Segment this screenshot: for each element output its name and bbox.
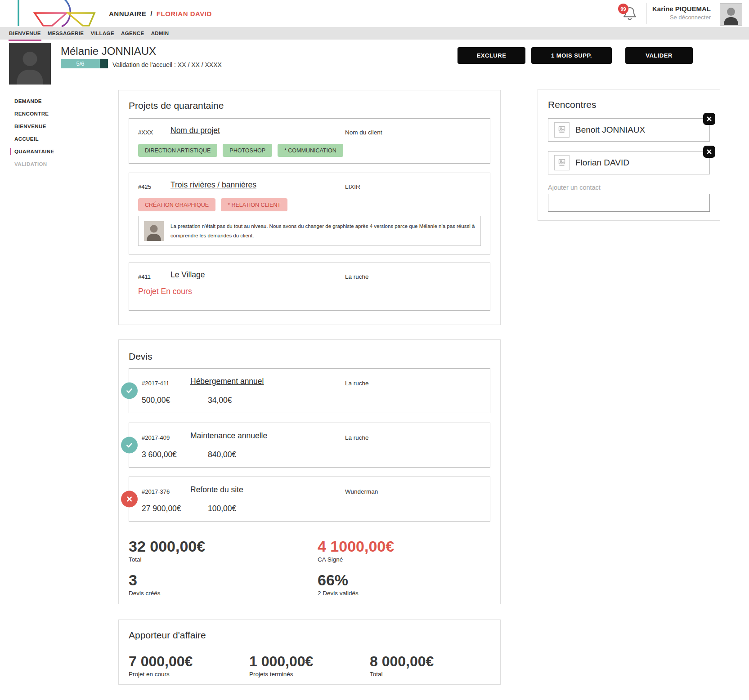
project-card: #411 Le Village La ruche Projet En cours [129,263,490,311]
stat-value: 4 1000,00€ [318,538,490,555]
contact-name: Florian DAVID [575,158,629,168]
breadcrumb: ANNUAIRE / FLORIAN DAVID [109,0,212,27]
devis-name-link[interactable]: Refonte du site [190,485,243,495]
nav-item-agence[interactable]: AGENCE [121,27,144,40]
project-card: #XXX Nom du projet Nom du client DIRECTI… [129,118,490,164]
devis-amount-secondary: 100,00€ [208,504,236,513]
quarantine-panel-title: Projets de quarantaine [129,100,490,111]
stat-value: 66% [318,571,490,589]
project-name-link[interactable]: Nom du projet [170,126,220,135]
add-contact-label: Ajouter un contact [548,184,710,191]
devis-client: La ruche [345,380,369,387]
project-id: #411 [138,273,151,280]
progress-remaining [100,59,108,68]
devis-id: #2017-376 [142,488,170,495]
stat-label: Projets terminés [249,670,370,678]
breadcrumb-separator: / [150,10,152,18]
exclude-button[interactable]: EXCLURE [457,47,525,64]
stat-value: 8 000,00€ [370,653,490,669]
project-name-link[interactable]: Trois rivières / bannières [170,180,256,190]
devis-client: Wunderman [345,488,378,495]
sidebar-item-accueil[interactable]: ACCUEIL [0,133,105,145]
notifications-button[interactable]: 99 [623,6,638,22]
extend-one-month-button[interactable]: 1 MOIS SUPP. [531,47,612,64]
devis-name-link[interactable]: Hébergement annuel [190,377,264,386]
devis-amount-total: 27 900,00€ [142,504,208,513]
stat-label: 2 Devis validés [318,589,490,597]
stat-label: Devis créés [129,589,318,597]
tag: DIRECTION ARTISTIQUE [138,144,217,157]
devis-id: #2017-409 [142,434,170,441]
nav-item-admin[interactable]: ADMIN [151,27,169,40]
add-contact-input[interactable] [548,194,710,212]
tag: * COMMUNICATION [278,144,343,157]
devis-amount-total: 500,00€ [142,396,208,405]
contact-card-icon [554,122,570,138]
devis-amounts: 3 600,00€ 840,00€ [142,450,236,459]
project-tags: DIRECTION ARTISTIQUE PHOTOSHOP * COMMUNI… [138,144,343,157]
devis-amount-total: 3 600,00€ [142,450,208,459]
user-avatar[interactable] [720,3,742,26]
top-header: ANNUAIRE / FLORIAN DAVID 99 Karine PIQUE… [0,0,749,27]
sidebar-item-demande[interactable]: DEMANDE [0,95,105,107]
validate-button[interactable]: VALIDER [625,47,693,64]
nav-item-bienvenue[interactable]: BIENVENUE [9,27,41,40]
contact-card[interactable]: Florian DAVID [548,151,710,174]
village-logo-icon [8,0,98,27]
progress-label: 5/6 [61,59,100,68]
sidebar-divider [105,76,105,700]
contact-card-icon [554,155,570,170]
sidebar-item-quarantaine[interactable]: QUARANTAINE [0,145,105,158]
header-divider [646,3,647,24]
project-name-link[interactable]: Le Village [170,270,205,280]
devis-stats: 32 000,00€ Total 4 1000,00€ CA Signé 3 D… [129,538,490,597]
stat-value: 1 000,00€ [249,653,370,669]
sidebar-item-validation: VALIDATION [0,158,105,170]
onboarding-progress-bar: 5/6 [61,59,108,68]
tag: * RELATION CLIENT [221,198,287,211]
devis-panel: Devis #2017-411 Hébergement annuel La ru… [118,339,501,604]
breadcrumb-current: FLORIAN DAVID [157,10,212,18]
devis-amounts: 27 900,00€ 100,00€ [142,504,236,513]
stat-referral-total: 8 000,00€ Total [370,653,490,678]
devis-card: #2017-411 Hébergement annuel La ruche 50… [129,368,490,413]
stat-projet-en-cours: 7 000,00€ Projet en cours [129,653,249,678]
commenter-photo [144,221,164,241]
sidebar-item-bienvenue[interactable]: BIENVENUE [0,120,105,133]
user-name: Karine PIQUEMAL [652,5,711,13]
commenter-avatar [144,221,164,241]
project-card: #425 Trois rivières / bannières LIXIR CR… [129,173,490,254]
profile-steps-nav: DEMANDE RENCONTRE BIENVENUE ACCUEIL QUAR… [0,95,105,170]
nav-item-messagerie[interactable]: MESSAGERIE [48,27,84,40]
remove-contact-button[interactable] [703,146,715,158]
user-avatar-photo [720,4,742,25]
logout-link[interactable]: Se déconnecter [652,14,711,21]
stat-label: Projet en cours [129,670,249,678]
remove-contact-button[interactable] [703,113,715,125]
contact-card[interactable]: Benoit JONNIAUX [548,118,710,142]
stat-value: 7 000,00€ [129,653,249,669]
stat-projets-termines: 1 000,00€ Projets terminés [249,653,370,678]
referral-panel: Apporteur d'affaire 7 000,00€ Projet en … [118,620,501,685]
project-client: La ruche [345,273,369,280]
stat-devis-crees: 3 Devis créés [129,571,318,597]
referral-stats: 7 000,00€ Projet en cours 1 000,00€ Proj… [129,653,490,678]
devis-amount-secondary: 840,00€ [208,450,236,459]
devis-card: #2017-376 Refonte du site Wunderman 27 9… [129,477,490,522]
project-id: #425 [138,183,151,190]
stat-label: Total [370,670,490,678]
breadcrumb-section[interactable]: ANNUAIRE [109,10,146,18]
devis-name-link[interactable]: Maintenance annuelle [190,431,267,441]
sidebar-item-rencontre[interactable]: RENCONTRE [0,107,105,120]
devis-client: La ruche [345,434,369,441]
project-client: LIXIR [345,183,360,190]
status-validated-icon [121,437,138,454]
contact-name: Benoit JONNIAUX [575,125,645,135]
notification-count-badge: 99 [618,4,628,14]
main-nav: BIENVENUE MESSAGERIE VILLAGE AGENCE ADMI… [0,27,749,40]
nav-item-village[interactable]: VILLAGE [90,27,114,40]
stat-ca-signe: 4 1000,00€ CA Signé [318,538,490,563]
devis-id: #2017-411 [142,380,169,387]
village-logo[interactable] [8,0,98,27]
status-rejected-icon [121,491,138,508]
